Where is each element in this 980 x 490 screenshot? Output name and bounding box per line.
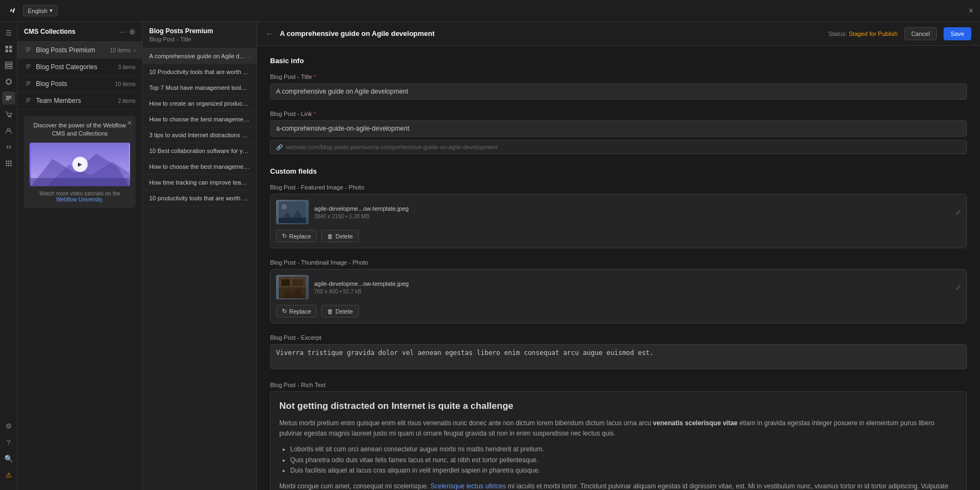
sidebar-item-blog-posts[interactable]: Blog Posts 10 items	[17, 76, 142, 93]
post-item-10[interactable]: 10 productivity tools that are worth c..…	[143, 191, 256, 206]
delete-thumbnail-button[interactable]: 🗑 Delete	[321, 305, 359, 317]
sidebar-actions: ··· ⊕	[119, 27, 136, 36]
svg-rect-3	[9, 50, 12, 52]
rich-text-area[interactable]: Not getting distracted on Internet is qu…	[270, 391, 967, 490]
delete-icon: 🗑	[327, 233, 333, 240]
svg-rect-2	[5, 50, 8, 52]
svg-rect-1	[9, 46, 12, 48]
svg-rect-26	[279, 218, 306, 223]
post-title: How time tracking can improve team ...	[149, 179, 250, 186]
link-input[interactable]	[270, 120, 967, 137]
post-title: How to choose the best management...	[149, 116, 250, 122]
svg-point-12	[8, 161, 9, 162]
main-content: ← A comprehensive guide on Agile develop…	[257, 22, 980, 490]
webflow-university-link[interactable]: Webflow University.	[56, 197, 103, 203]
sidebar-item-blog-posts-premium[interactable]: Blog Posts Premium 10 items ›	[17, 42, 142, 59]
post-item-2[interactable]: 10 Productivity tools that are worth c..…	[143, 64, 256, 80]
list-item-1: Lobortis elit sit cum orci aenean consec…	[290, 444, 958, 455]
replace-thumbnail-button[interactable]: ↻ Replace	[276, 305, 317, 317]
settings-icon[interactable]: ⚙	[2, 419, 15, 432]
excerpt-textarea[interactable]: Viverra tristique gravida dolor vel aene…	[270, 344, 967, 369]
collection-icon	[24, 79, 33, 88]
post-item-7[interactable]: 10 Best collaboration software for you..…	[143, 143, 256, 159]
thumbnail-image-label: Blog Post - Thumbnail Image - Photo	[270, 259, 967, 266]
language-chevron: ▾	[50, 7, 53, 14]
logic-icon[interactable]	[2, 140, 15, 154]
collection-count: 2 items	[118, 98, 136, 104]
members-icon[interactable]	[2, 124, 15, 137]
pages-icon[interactable]	[2, 42, 15, 56]
post-item-1[interactable]: A comprehensive guide on Agile deve... ›	[143, 48, 256, 64]
svg-point-7	[6, 79, 11, 84]
sidebar-item-blog-post-categories[interactable]: Blog Post Categories 3 items	[17, 59, 142, 76]
post-item-4[interactable]: How to create an organized productiv...	[143, 96, 256, 112]
save-button[interactable]: Save	[944, 27, 971, 40]
link-field-label: Blog Post - Link *	[270, 111, 967, 117]
post-item-9[interactable]: How time tracking can improve team ...	[143, 175, 256, 191]
rich-link[interactable]: Scelerisque lectus ultrices	[430, 482, 506, 490]
promo-video-thumbnail[interactable]: ▶	[29, 143, 130, 186]
replace-featured-button[interactable]: ↻ Replace	[276, 230, 317, 242]
featured-image-info: agile-developme...ow-template.jpeg 3840 …	[314, 205, 950, 219]
excerpt-label: Blog Post - Excerpt	[270, 334, 967, 341]
webflow-logo	[7, 5, 19, 17]
excerpt-field-group: Blog Post - Excerpt Viverra tristique gr…	[270, 334, 967, 371]
back-button[interactable]: ←	[266, 29, 273, 38]
help-icon[interactable]: ?	[2, 436, 15, 449]
icon-bar: ☰ ⚙ ? 🔍 ⚠	[0, 22, 17, 490]
sidebar-add-icon[interactable]: ⊕	[129, 27, 136, 36]
posts-panel-title: Blog Posts Premium	[149, 27, 250, 35]
status-label: Status:	[828, 30, 847, 37]
basic-info-title: Basic info	[270, 57, 967, 65]
collection-label: Blog Post Categories	[36, 63, 115, 71]
title-input[interactable]	[270, 83, 967, 100]
svg-rect-0	[5, 46, 8, 48]
apps-icon[interactable]	[2, 157, 15, 170]
collection-icon	[24, 46, 33, 54]
thumbnail-image-meta: 760 x 800 • 92.7 kB	[314, 289, 950, 295]
title-field-label: Blog Post - Title *	[270, 74, 967, 80]
main-header: ← A comprehensive guide on Agile develop…	[257, 22, 980, 46]
promo-card: ✕ Discover the power of the Webflow CMS …	[24, 116, 136, 208]
topbar: English ▾ ×	[0, 0, 980, 22]
post-item-6[interactable]: 3 tips to avoid Internet distractions at…	[143, 127, 256, 143]
status-container: Status: Staged for Publish	[828, 30, 897, 37]
post-item-3[interactable]: Top 7 Must have management tools f...	[143, 80, 256, 96]
post-title: 10 productivity tools that are worth c..…	[149, 195, 250, 201]
svg-rect-6	[5, 67, 12, 69]
menu-icon[interactable]: ☰	[2, 26, 15, 39]
post-title: How to create an organized productiv...	[149, 100, 250, 107]
collection-count: 3 items	[118, 64, 136, 70]
assets-icon[interactable]	[2, 75, 15, 88]
post-title: Top 7 Must have management tools f...	[149, 84, 250, 91]
post-item-5[interactable]: How to choose the best management...	[143, 112, 256, 127]
link-field-group: Blog Post - Link * 🔗 website.com/blog-po…	[270, 111, 967, 154]
svg-point-9	[10, 116, 11, 117]
cancel-button[interactable]: Cancel	[904, 27, 937, 40]
promo-close-icon[interactable]: ✕	[127, 119, 132, 127]
expand-icon[interactable]: ⤢	[955, 209, 961, 216]
sidebar-item-team-members[interactable]: Team Members 2 items	[17, 93, 142, 109]
rich-paragraph-1: Metus morbi pretium enim quisque enim el…	[279, 418, 958, 439]
sidebar-more-icon[interactable]: ···	[119, 27, 126, 36]
cms-icon[interactable]	[2, 91, 15, 105]
delete-featured-button[interactable]: 🗑 Delete	[321, 230, 359, 242]
sidebar-title: CMS Collections	[24, 28, 119, 35]
svg-point-18	[8, 165, 9, 167]
svg-point-13	[10, 161, 11, 162]
rich-text-label: Blog Post - Rich Text	[270, 382, 967, 388]
thumbnail-image-filename: agile-developme...ow-template.jpeg	[314, 280, 950, 287]
play-button[interactable]: ▶	[72, 157, 88, 172]
layers-icon[interactable]	[2, 59, 15, 72]
rich-list: Lobortis elit sit cum orci aenean consec…	[279, 444, 958, 476]
collection-count: 10 items	[110, 47, 131, 53]
post-item-8[interactable]: How to choose the best management...	[143, 159, 256, 175]
language-selector[interactable]: English ▾	[23, 5, 58, 16]
ecommerce-icon[interactable]	[2, 108, 15, 121]
posts-panel: Blog Posts Premium Blog Post - Title A c…	[143, 22, 257, 490]
expand-icon[interactable]: ⤢	[955, 284, 961, 291]
topbar-close[interactable]: ×	[969, 6, 973, 16]
rich-paragraph-2: Morbi congue cum amet, consequat mi scel…	[279, 481, 958, 490]
warning-icon[interactable]: ⚠	[2, 468, 15, 481]
search-icon[interactable]: 🔍	[2, 452, 15, 465]
